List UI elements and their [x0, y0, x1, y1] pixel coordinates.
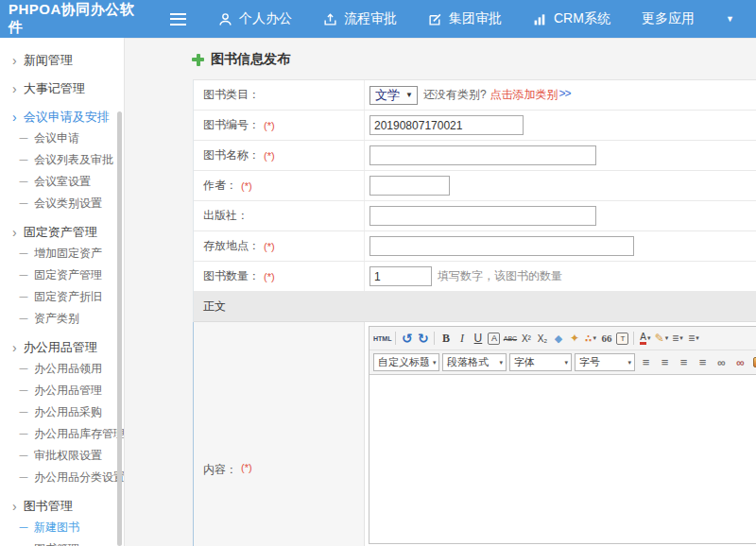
- font-background-icon[interactable]: A: [486, 329, 502, 348]
- dropdown-arrow-icon: ▾: [593, 334, 597, 342]
- paste-as-text-icon[interactable]: T: [614, 329, 630, 348]
- sidebar-group-news[interactable]: › 新闻管理: [0, 49, 124, 71]
- insert-link-icon[interactable]: ∞: [713, 353, 730, 372]
- book-quantity-label: 图书数量： (*): [194, 262, 365, 291]
- unordered-list-icon[interactable]: ≡▾: [685, 329, 701, 348]
- dropdown-arrow-icon: ▾: [665, 334, 669, 342]
- menu-workflow-approval[interactable]: 流程审批: [323, 10, 397, 27]
- auto-typeset-icon[interactable]: ∴▾: [582, 329, 598, 348]
- strikethrough-icon[interactable]: ABC: [502, 329, 518, 348]
- menu-label: CRM系统: [554, 10, 610, 27]
- storage-location-label: 存放地点： (*): [194, 231, 365, 261]
- body-section-header: 正文: [194, 292, 756, 322]
- menu-more-apps[interactable]: 更多应用: [642, 10, 695, 27]
- sidebar-item-supplies-inventory[interactable]: 一 办公用品库存管理: [0, 423, 124, 445]
- dropdown-arrow-icon: ▾: [647, 334, 651, 342]
- sidebar-group-meeting[interactable]: › 会议申请及安排: [0, 106, 124, 128]
- dash-icon: 一: [19, 132, 28, 145]
- chevron-right-icon: ›: [12, 54, 17, 67]
- eraser-icon[interactable]: ◆: [550, 329, 566, 348]
- source-code-button[interactable]: HTML: [372, 329, 392, 348]
- dash-icon: 一: [19, 197, 28, 211]
- add-category-link[interactable]: 点击添加类别: [490, 87, 558, 103]
- sidebar-item-supplies-management[interactable]: 一 办公用品管理: [0, 380, 124, 401]
- user-icon: [218, 12, 232, 26]
- sidebar-item-supplies-purchase[interactable]: 一 办公用品采购: [0, 401, 124, 423]
- superscript-icon[interactable]: X²: [518, 329, 534, 348]
- sidebar-item-book-management[interactable]: 一 图书管理: [0, 538, 124, 546]
- book-name-row: 图书名称： (*): [194, 141, 756, 171]
- paragraph-format-dropdown[interactable]: 段落格式 ▾: [442, 353, 507, 371]
- publisher-input[interactable]: [369, 206, 596, 226]
- undo-icon[interactable]: ↺: [399, 329, 415, 348]
- font-color-icon[interactable]: A▾: [637, 329, 653, 348]
- book-quantity-input[interactable]: [369, 266, 432, 286]
- page-title-text: 图书信息发布: [211, 51, 290, 68]
- storage-location-input[interactable]: [369, 236, 634, 256]
- remove-link-icon[interactable]: ∞: [732, 353, 748, 372]
- sidebar-item-meeting-category-settings[interactable]: 一 会议类别设置: [0, 193, 124, 214]
- edit-square-icon: [428, 12, 442, 26]
- custom-title-dropdown[interactable]: 自定义标题 ▾: [373, 353, 439, 371]
- sidebar-group-memorabilia[interactable]: › 大事记管理: [0, 77, 124, 99]
- dash-icon: 一: [19, 543, 28, 546]
- sidebar-group-books[interactable]: › 图书管理: [0, 495, 124, 517]
- sidebar-item-add-fixed-asset[interactable]: 一 增加固定资产: [0, 243, 124, 264]
- more-apps-caret-icon[interactable]: ▼: [726, 14, 734, 24]
- hamburger-menu-icon[interactable]: [170, 13, 186, 26]
- font-family-dropdown[interactable]: 字体 ▾: [509, 353, 572, 371]
- author-input[interactable]: [369, 176, 450, 196]
- book-number-label: 图书编号： (*): [194, 111, 365, 140]
- required-mark: (*): [264, 120, 275, 131]
- menu-personal-office[interactable]: 个人办公: [218, 10, 292, 27]
- format-brush-icon[interactable]: ✦: [566, 329, 582, 348]
- sidebar-item-asset-category[interactable]: 一 资产类别: [0, 308, 124, 330]
- sidebar-item-meeting-list-approval[interactable]: 一 会议列表及审批: [0, 149, 124, 171]
- blockquote-icon[interactable]: 66: [598, 329, 614, 348]
- align-justify-icon[interactable]: ≡: [695, 353, 711, 372]
- add-category-arrows[interactable]: >>: [559, 87, 571, 103]
- top-header: PHPOA协同办公软件 个人办公 流程审批 集团审批 CRM系统 更多应用 ▼: [0, 0, 756, 38]
- redo-icon[interactable]: ↻: [415, 329, 431, 348]
- highlight-pen-icon[interactable]: ✎▾: [653, 329, 669, 348]
- sidebar-item-meeting-room-settings[interactable]: 一 会议室设置: [0, 171, 124, 193]
- sidebar-item-supplies-classification[interactable]: 一 办公用品分类设置: [0, 467, 124, 488]
- add-plus-icon: [192, 54, 204, 66]
- sidebar-item-fixed-asset-management[interactable]: 一 固定资产管理: [0, 264, 124, 286]
- sidebar-group-office-supplies[interactable]: › 办公用品管理: [0, 336, 124, 358]
- book-name-input[interactable]: [369, 145, 596, 165]
- insert-image-icon[interactable]: [751, 353, 756, 372]
- menu-group-approval[interactable]: 集团审批: [428, 10, 502, 27]
- toolbar-separator: [395, 332, 396, 345]
- underline-icon[interactable]: U: [470, 329, 486, 348]
- italic-icon[interactable]: I: [454, 329, 470, 348]
- header-menu: 个人办公 流程审批 集团审批 CRM系统 更多应用 ▼: [218, 10, 734, 27]
- menu-label: 更多应用: [642, 10, 695, 27]
- editor-toolbar-row1: HTML ↺ ↻ B I U A ABC X² X₂ ◆ ✦: [369, 327, 756, 350]
- dropdown-arrow-icon: ▾: [499, 359, 503, 367]
- sidebar-scrollbar[interactable]: [117, 111, 122, 546]
- menu-label: 集团审批: [449, 10, 502, 27]
- ordered-list-icon[interactable]: ≡▾: [669, 329, 685, 348]
- align-right-icon[interactable]: ≡: [676, 353, 692, 372]
- align-left-icon[interactable]: ≡: [638, 353, 654, 372]
- font-size-dropdown[interactable]: 字号 ▾: [575, 353, 635, 371]
- align-center-icon[interactable]: ≡: [657, 353, 673, 372]
- bold-icon[interactable]: B: [438, 329, 454, 348]
- editor-content-area[interactable]: [369, 375, 756, 543]
- sidebar-item-supplies-requisition[interactable]: 一 办公用品领用: [0, 358, 124, 380]
- sidebar-item-meeting-apply[interactable]: 一 会议申请: [0, 128, 124, 149]
- category-select[interactable]: 文学 ▼: [369, 86, 418, 105]
- subscript-icon[interactable]: X₂: [534, 329, 550, 348]
- book-category-row: 图书类目： 文学 ▼ 还没有类别? 点击添加类别 >>: [194, 80, 756, 111]
- menu-label: 个人办公: [239, 10, 292, 27]
- sidebar-group-fixed-assets[interactable]: › 固定资产管理: [0, 221, 124, 243]
- sidebar-item-new-book[interactable]: 一 新建图书: [0, 517, 124, 538]
- book-number-input[interactable]: [369, 115, 524, 135]
- dash-icon: 一: [19, 247, 28, 261]
- menu-crm-system[interactable]: CRM系统: [533, 10, 610, 27]
- chevron-right-icon: ›: [12, 82, 17, 95]
- sidebar-item-fixed-asset-depreciation[interactable]: 一 固定资产折旧: [0, 286, 124, 308]
- sidebar-item-approval-permission-settings[interactable]: 一 审批权限设置: [0, 445, 124, 467]
- dropdown-arrow-icon: ▾: [696, 334, 699, 342]
